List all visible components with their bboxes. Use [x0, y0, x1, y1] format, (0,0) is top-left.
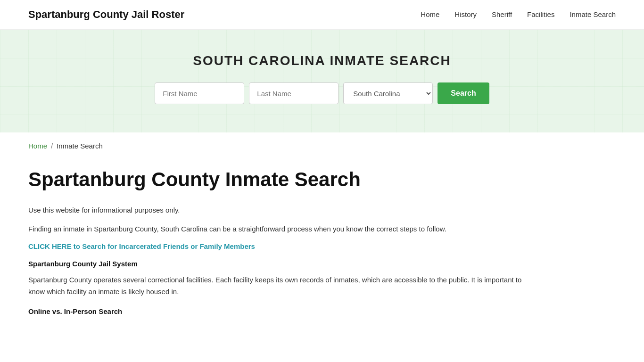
nav-link-inmate-search[interactable]: Inmate Search — [570, 10, 616, 18]
section2-heading: Online vs. In-Person Search — [28, 307, 537, 315]
nav-link-home[interactable]: Home — [421, 10, 439, 18]
intro-para-1: Use this website for informational purpo… — [28, 205, 537, 216]
click-here-link[interactable]: CLICK HERE to Search for Incarcerated Fr… — [28, 242, 255, 250]
nav-link-sheriff[interactable]: Sheriff — [492, 10, 512, 18]
breadcrumb-section: Home / Inmate Search — [0, 132, 644, 155]
first-name-input[interactable] — [155, 82, 244, 104]
nav-link-history[interactable]: History — [454, 10, 477, 18]
intro-para-2: Finding an inmate in Spartanburg County,… — [28, 223, 537, 235]
header: Spartanburg County Jail Roster HomeHisto… — [0, 0, 644, 30]
main-nav: HomeHistorySheriffFacilitiesInmate Searc… — [421, 10, 616, 19]
hero-section: SOUTH CAROLINA INMATE SEARCH South Carol… — [0, 30, 644, 132]
hero-title: SOUTH CAROLINA INMATE SEARCH — [9, 53, 635, 68]
main-content: Spartanburg County Inmate Search Use thi… — [0, 155, 566, 350]
page-title: Spartanburg County Inmate Search — [28, 169, 537, 190]
site-title[interactable]: Spartanburg County Jail Roster — [28, 8, 184, 21]
nav-link-facilities[interactable]: Facilities — [527, 10, 554, 18]
section1-text: Spartanburg County operates several corr… — [28, 274, 537, 298]
nav-list: HomeHistorySheriffFacilitiesInmate Searc… — [421, 10, 616, 19]
search-button[interactable]: Search — [438, 82, 489, 104]
breadcrumb: Home / Inmate Search — [28, 142, 616, 150]
search-form: South CarolinaAlabamaAlaskaArizonaArkans… — [9, 82, 635, 104]
breadcrumb-separator: / — [51, 142, 53, 150]
state-select[interactable]: South CarolinaAlabamaAlaskaArizonaArkans… — [343, 82, 433, 104]
section1-heading: Spartanburg County Jail System — [28, 260, 537, 268]
last-name-input[interactable] — [249, 82, 339, 104]
breadcrumb-home-link[interactable]: Home — [28, 142, 47, 150]
breadcrumb-current: Inmate Search — [57, 142, 103, 150]
